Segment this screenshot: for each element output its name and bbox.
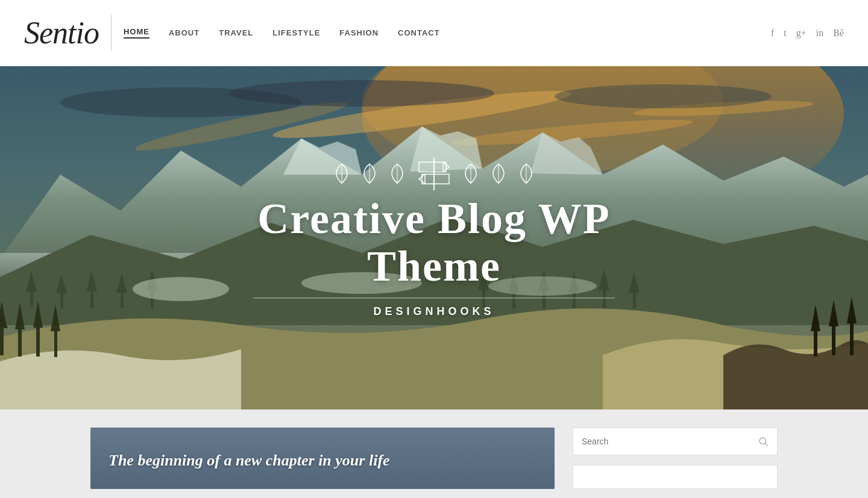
blog-card-title: The beginning of a new chapter in your l… — [108, 450, 536, 471]
nav-travel[interactable]: TRAVEL — [219, 28, 253, 37]
svg-rect-47 — [36, 326, 40, 356]
sidebar-widget-1 — [573, 465, 778, 489]
svg-rect-53 — [814, 330, 817, 356]
nav-about[interactable]: ABOUT — [169, 28, 200, 37]
leaf-icon-3 — [388, 163, 406, 185]
svg-rect-45 — [18, 328, 22, 356]
hero-icon-row — [217, 157, 651, 190]
main-content: The beginning of a new chapter in your l… — [0, 409, 868, 498]
signpost-icon — [416, 157, 452, 190]
search-button[interactable] — [758, 436, 769, 447]
svg-rect-42 — [0, 325, 4, 355]
behance-icon[interactable]: Bē — [833, 28, 844, 39]
svg-point-9 — [229, 80, 494, 107]
search-input[interactable] — [582, 437, 758, 446]
nav-fashion[interactable]: FASHION — [339, 28, 379, 37]
nav-lifestyle[interactable]: LIFESTYLE — [272, 28, 320, 37]
blog-card[interactable]: The beginning of a new chapter in your l… — [90, 428, 555, 489]
svg-line-69 — [765, 443, 767, 446]
leaf-icon-4 — [462, 163, 480, 185]
hero-section: Creative Blog WP Theme DESIGNHOOKS — [0, 66, 868, 409]
search-widget — [573, 428, 778, 455]
svg-rect-23 — [121, 291, 124, 308]
svg-rect-55 — [850, 322, 854, 355]
google-plus-icon[interactable]: g+ — [796, 28, 807, 39]
svg-point-8 — [555, 84, 772, 108]
sidebar — [573, 428, 778, 489]
search-icon — [758, 436, 769, 447]
twitter-icon[interactable]: t — [784, 28, 786, 39]
nav-home[interactable]: HOME — [124, 27, 149, 39]
svg-rect-49 — [54, 330, 57, 357]
main-nav: HOME ABOUT TRAVEL LIFESTYLE FASHION CONT… — [124, 27, 440, 39]
leaf-icon-5 — [489, 163, 508, 185]
facebook-icon[interactable]: f — [771, 28, 774, 39]
logo-area: Sentio — [24, 17, 99, 49]
hero-subtitle: DESIGNHOOKS — [217, 306, 651, 319]
svg-rect-19 — [60, 292, 63, 309]
hero-content: Creative Blog WP Theme DESIGNHOOKS — [217, 157, 651, 318]
leaf-icon-1 — [333, 163, 351, 185]
nav-contact[interactable]: CONTACT — [398, 28, 440, 37]
hero-title: Creative Blog WP Theme — [217, 195, 651, 290]
site-logo[interactable]: Sentio — [24, 17, 99, 49]
leaf-icon-6 — [517, 163, 535, 185]
svg-point-68 — [760, 438, 766, 444]
svg-rect-51 — [832, 325, 835, 355]
linkedin-icon[interactable]: in — [816, 28, 823, 39]
svg-rect-61 — [419, 162, 446, 172]
leaf-icon-2 — [360, 163, 379, 185]
site-header: Sentio HOME ABOUT TRAVEL LIFESTYLE FASHI… — [0, 0, 868, 66]
hero-divider — [253, 298, 615, 299]
header-divider — [111, 15, 112, 51]
social-icons-group: f t g+ in Bē — [771, 28, 844, 39]
svg-rect-21 — [90, 290, 93, 308]
svg-point-39 — [133, 277, 229, 301]
svg-rect-63 — [422, 174, 449, 184]
